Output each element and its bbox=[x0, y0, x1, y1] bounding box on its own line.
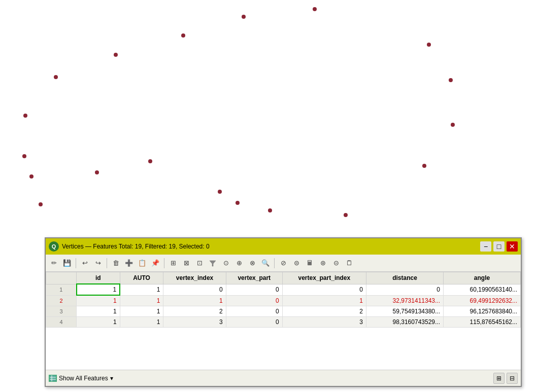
save-edits-button[interactable]: 💾 bbox=[61, 257, 73, 269]
dropdown-arrow: ▾ bbox=[110, 375, 113, 382]
map-dot bbox=[218, 190, 222, 194]
table-row[interactable]: 31120259,7549134380...96,1257683840... bbox=[46, 306, 521, 317]
map-dot bbox=[95, 170, 99, 174]
map-dot bbox=[268, 208, 272, 212]
window-controls: − □ ✕ bbox=[480, 241, 518, 252]
table-cell[interactable]: 1 bbox=[120, 306, 163, 317]
table-cell[interactable]: 0 bbox=[226, 306, 282, 317]
table-cell[interactable]: 0 bbox=[226, 317, 282, 328]
redo-button[interactable]: ↪ bbox=[92, 257, 104, 269]
delete-selected-button[interactable]: 🗑 bbox=[110, 257, 122, 269]
search-button[interactable]: 🔍 bbox=[259, 257, 272, 269]
cell-rownum: 3 bbox=[46, 306, 77, 317]
table-cell[interactable]: 0 bbox=[226, 284, 282, 295]
multi-edit-button[interactable]: 🗒 bbox=[343, 257, 355, 269]
paste-rows-button[interactable]: ⊜ bbox=[290, 257, 303, 269]
table-cell[interactable]: 1 bbox=[77, 284, 120, 295]
map-dot bbox=[148, 159, 152, 163]
attribute-table-panel: Q Vertices — Features Total: 19, Filtere… bbox=[45, 237, 522, 387]
copy-button[interactable]: 📋 bbox=[136, 257, 148, 269]
table-cell[interactable]: 2 bbox=[282, 306, 366, 317]
table-cell[interactable]: 1 bbox=[77, 295, 120, 306]
table-cell[interactable]: 3 bbox=[282, 317, 366, 328]
title-left: Q Vertices — Features Total: 19, Filtere… bbox=[49, 241, 210, 252]
table-cell[interactable]: 1 bbox=[120, 317, 163, 328]
select-all-button[interactable]: ⊞ bbox=[167, 257, 179, 269]
table-body: 111000060,1990563140...21110132,97314113… bbox=[46, 284, 521, 328]
table-row[interactable]: 111000060,1990563140... bbox=[46, 284, 521, 295]
table-cell[interactable]: 0 bbox=[366, 284, 444, 295]
cond-format-button[interactable]: ⊛ bbox=[317, 257, 329, 269]
map-dot bbox=[236, 201, 240, 205]
table-cell[interactable]: 32,9731411343... bbox=[366, 295, 444, 306]
col-header-vertex-part[interactable]: vertex_part bbox=[226, 272, 282, 284]
table-cell[interactable]: 1 bbox=[163, 295, 226, 306]
table-cell[interactable]: 0 bbox=[163, 284, 226, 295]
table-cell[interactable]: 3 bbox=[163, 317, 226, 328]
table-container[interactable]: id AUTO vertex_index vertex_part vertex_… bbox=[46, 272, 521, 370]
pan-map-button[interactable]: ⊕ bbox=[233, 257, 245, 269]
status-right-buttons: ⊞ ⊟ bbox=[493, 373, 518, 384]
map-dot bbox=[54, 75, 58, 79]
close-button[interactable]: ✕ bbox=[507, 241, 518, 252]
table-cell[interactable]: 0 bbox=[282, 284, 366, 295]
map-dot bbox=[181, 33, 185, 38]
actions-button[interactable]: ⊝ bbox=[330, 257, 342, 269]
expand-button[interactable]: ⊟ bbox=[507, 373, 518, 384]
map-dot bbox=[39, 202, 43, 206]
filter-button[interactable] bbox=[207, 257, 219, 269]
new-record-button[interactable]: ➕ bbox=[123, 257, 135, 269]
show-all-features-button[interactable]: Show All Features ▾ bbox=[49, 375, 113, 382]
col-header-rownum bbox=[46, 272, 77, 284]
undo-button[interactable]: ↩ bbox=[79, 257, 91, 269]
field-calc-button[interactable]: 🖩 bbox=[304, 257, 316, 269]
table-row[interactable]: 41130398,3160743529...115,876545162... bbox=[46, 317, 521, 328]
table-cell[interactable]: 1 bbox=[120, 284, 163, 295]
table-cell[interactable]: 98,3160743529... bbox=[366, 317, 444, 328]
table-cell[interactable]: 1 bbox=[282, 295, 366, 306]
cell-rownum: 1 bbox=[46, 284, 77, 295]
qgis-logo: Q bbox=[49, 241, 59, 252]
col-header-vertex-part-index[interactable]: vertex_part_index bbox=[282, 272, 366, 284]
toolbar-separator-4 bbox=[274, 258, 275, 268]
zoom-sel-button[interactable]: ⊗ bbox=[246, 257, 258, 269]
window-title: Vertices — Features Total: 19, Filtered:… bbox=[62, 243, 210, 250]
col-header-vertex-index[interactable]: vertex_index bbox=[163, 272, 226, 284]
map-dot bbox=[114, 53, 118, 57]
maximize-button[interactable]: □ bbox=[493, 241, 505, 252]
table-cell[interactable]: 115,876545162... bbox=[444, 317, 521, 328]
copy-rows-button[interactable]: ⊘ bbox=[277, 257, 289, 269]
map-dot bbox=[22, 154, 26, 158]
col-header-distance[interactable]: distance bbox=[366, 272, 444, 284]
table-cell[interactable]: 59,7549134380... bbox=[366, 306, 444, 317]
toolbar-separator-1 bbox=[76, 258, 76, 268]
col-header-auto[interactable]: AUTO bbox=[120, 272, 163, 284]
table-cell[interactable]: 1 bbox=[77, 306, 120, 317]
minimize-button[interactable]: − bbox=[480, 241, 491, 252]
table-cell[interactable]: 1 bbox=[120, 295, 163, 306]
map-dot bbox=[313, 7, 317, 11]
deselect-button[interactable]: ⊠ bbox=[180, 257, 192, 269]
toolbar-separator-3 bbox=[164, 258, 164, 268]
table-row[interactable]: 21110132,9731411343...69,4991292632... bbox=[46, 295, 521, 306]
table-small-icon bbox=[49, 375, 57, 382]
paste-button[interactable]: 📌 bbox=[149, 257, 161, 269]
title-bar: Q Vertices — Features Total: 19, Filtere… bbox=[46, 238, 521, 255]
table-cell[interactable]: 69,4991292632... bbox=[444, 295, 521, 306]
invert-sel-button[interactable]: ⊡ bbox=[193, 257, 206, 269]
table-cell[interactable]: 1 bbox=[77, 317, 120, 328]
map-canvas[interactable] bbox=[0, 0, 537, 233]
table-cell[interactable]: 2 bbox=[163, 306, 226, 317]
cell-rownum: 4 bbox=[46, 317, 77, 328]
col-header-angle[interactable]: angle bbox=[444, 272, 521, 284]
cell-rownum: 2 bbox=[46, 295, 77, 306]
table-cell[interactable]: 0 bbox=[226, 295, 282, 306]
dock-button[interactable]: ⊞ bbox=[493, 373, 505, 384]
table-cell[interactable]: 96,1257683840... bbox=[444, 306, 521, 317]
move-sel-top-button[interactable]: ⊙ bbox=[220, 257, 232, 269]
col-header-id[interactable]: id bbox=[77, 272, 120, 284]
svg-rect-1 bbox=[50, 375, 56, 381]
map-dot bbox=[29, 174, 33, 179]
edit-toggle-button[interactable]: ✏ bbox=[48, 257, 60, 269]
table-cell[interactable]: 60,1990563140... bbox=[444, 284, 521, 295]
